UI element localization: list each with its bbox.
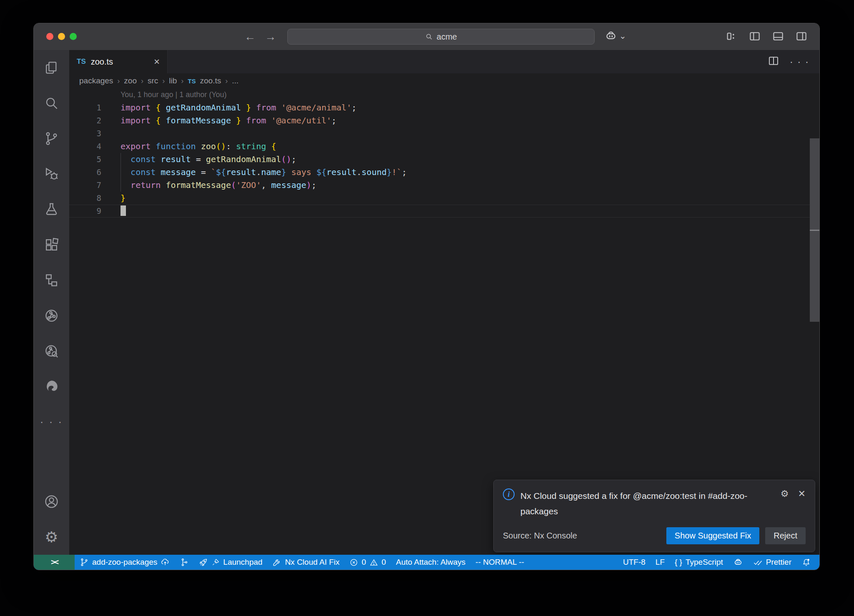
encoding-item[interactable]: UTF-8 (618, 555, 651, 570)
bell-icon (801, 558, 811, 567)
copilot-icon (733, 557, 743, 567)
language-mode-item[interactable]: { } TypeScript (670, 555, 728, 570)
breadcrumb-item[interactable]: lib (169, 76, 177, 85)
problems-item[interactable]: 0 0 (344, 555, 391, 570)
code-line[interactable]: 4export function zoo(): string { (69, 140, 819, 153)
nx-fix-label: Nx Cloud AI Fix (285, 558, 339, 567)
code-line[interactable]: 1import { getRandomAnimal } from '@acme/… (69, 101, 819, 114)
nx-project-graph-icon[interactable] (34, 298, 69, 333)
code-line[interactable]: 8} (69, 192, 819, 205)
tab-bar: TS zoo.ts × · · · (69, 50, 819, 73)
explorer-icon[interactable] (34, 50, 69, 85)
code-text (121, 205, 819, 218)
line-number: 8 (69, 192, 101, 205)
copilot-menu[interactable]: ⌄ (604, 29, 626, 43)
edge-browser-icon[interactable] (34, 369, 69, 404)
line-number: 7 (69, 179, 101, 192)
forward-icon[interactable]: → (265, 30, 276, 43)
back-icon[interactable]: ← (244, 30, 256, 43)
code-line[interactable]: 5 const result = getRandomAnimal(); (69, 153, 819, 166)
command-center-search[interactable]: acme (287, 29, 595, 45)
chevron-down-icon: ⌄ (619, 31, 626, 41)
window-controls (46, 33, 77, 40)
line-number: 3 (69, 127, 101, 140)
copilot-status-item[interactable] (728, 555, 748, 570)
toggle-panel-button[interactable] (771, 29, 785, 43)
prettier-item[interactable]: Prettier (748, 555, 796, 570)
more-views-icon[interactable]: · · · (34, 404, 69, 440)
line-number: 9 (69, 205, 101, 218)
overview-ruler-cursor-mark (810, 230, 819, 231)
run-debug-icon[interactable] (34, 156, 69, 192)
typescript-file-icon: TS (188, 78, 196, 85)
status-bar: >< add-zoo-packages Launchpad Nx Cloud A… (34, 555, 819, 570)
vim-mode-label: -- NORMAL -- (475, 558, 524, 567)
breadcrumb-item[interactable]: packages (79, 76, 113, 85)
code-text: const message = `${result.name} says ${r… (121, 166, 819, 179)
notification-settings-gear-icon[interactable]: ⚙ (781, 488, 789, 519)
eol-item[interactable]: LF (651, 555, 670, 570)
notifications-item[interactable] (796, 555, 816, 570)
code-text: import { getRandomAnimal } from '@acme/a… (121, 101, 819, 114)
settings-gear-icon[interactable]: ⚙ (34, 519, 69, 555)
toggle-secondary-sidebar-button[interactable] (794, 29, 809, 43)
extensions-icon[interactable] (34, 227, 69, 263)
typescript-file-icon: TS (77, 58, 86, 66)
text-cursor (121, 205, 126, 216)
auto-attach-item[interactable]: Auto Attach: Always (391, 555, 470, 570)
code-line[interactable]: 9 (69, 205, 819, 218)
code-line[interactable]: 2import { formatMessage } from '@acme/ut… (69, 114, 819, 127)
search-icon (425, 33, 433, 41)
nx-console-icon[interactable] (34, 263, 69, 298)
breadcrumb: packages › zoo › src › lib › TS zoo.ts ›… (69, 73, 819, 88)
nx-cloud-ai-fix-item[interactable]: Nx Cloud AI Fix (267, 555, 344, 570)
auto-attach-label: Auto Attach: Always (396, 558, 465, 567)
source-control-graph-item[interactable] (175, 555, 194, 570)
breadcrumb-more[interactable]: ... (232, 76, 239, 85)
breadcrumb-item[interactable]: src (148, 76, 158, 85)
tab-label: zoo.ts (91, 57, 113, 67)
show-suggested-fix-button[interactable]: Show Suggested Fix (666, 527, 759, 544)
reject-button[interactable]: Reject (765, 527, 806, 544)
nx-project-details-icon[interactable] (34, 333, 69, 369)
vim-mode-item[interactable]: -- NORMAL -- (470, 555, 529, 570)
notification-close-icon[interactable]: ✕ (798, 488, 806, 519)
code-text: const result = getRandomAnimal(); (121, 153, 819, 166)
close-window-button[interactable] (46, 33, 53, 40)
code-text: return formatMessage('ZOO', message); (121, 179, 819, 192)
cloud-upload-icon (161, 558, 170, 567)
code-line[interactable]: 7 return formatMessage('ZOO', message); (69, 179, 819, 192)
commit-graph-icon (180, 558, 189, 567)
errors-icon (349, 558, 358, 567)
chevron-right-icon: › (225, 77, 228, 85)
close-tab-icon[interactable]: × (154, 56, 160, 68)
chevron-right-icon: › (117, 77, 120, 85)
launchpad-item[interactable]: Launchpad (194, 555, 267, 570)
code-line[interactable]: 6 const message = `${result.name} says $… (69, 166, 819, 179)
remote-icon: >< (51, 558, 58, 567)
language-label: TypeScript (686, 558, 723, 567)
breadcrumb-item[interactable]: zoo.ts (200, 76, 221, 85)
more-actions-icon[interactable]: · · · (790, 56, 809, 68)
toggle-sidebar-button[interactable] (748, 29, 762, 43)
maximize-window-button[interactable] (70, 33, 77, 40)
search-icon[interactable] (34, 85, 69, 121)
git-branch-item[interactable]: add-zoo-packages (75, 555, 175, 570)
testing-icon[interactable] (34, 192, 69, 227)
tab-zoo-ts[interactable]: TS zoo.ts × (69, 50, 168, 73)
split-editor-icon[interactable] (767, 55, 780, 69)
code-text: import { formatMessage } from '@acme/uti… (121, 114, 819, 127)
remote-indicator[interactable]: >< (34, 555, 75, 570)
code-lines[interactable]: 1import { getRandomAnimal } from '@acme/… (69, 101, 819, 218)
minimize-window-button[interactable] (58, 33, 65, 40)
customize-layout-button[interactable] (724, 29, 738, 43)
code-line[interactable]: 3 (69, 127, 819, 140)
notification-toast: i Nx Cloud suggested a fix for @acme/zoo… (493, 480, 815, 552)
account-icon[interactable] (34, 484, 69, 519)
source-control-icon[interactable] (34, 121, 69, 156)
info-icon: i (503, 488, 515, 500)
plug-icon (211, 558, 220, 566)
breadcrumb-item[interactable]: zoo (124, 76, 137, 85)
warnings-icon (369, 558, 378, 567)
error-count: 0 (362, 558, 366, 567)
